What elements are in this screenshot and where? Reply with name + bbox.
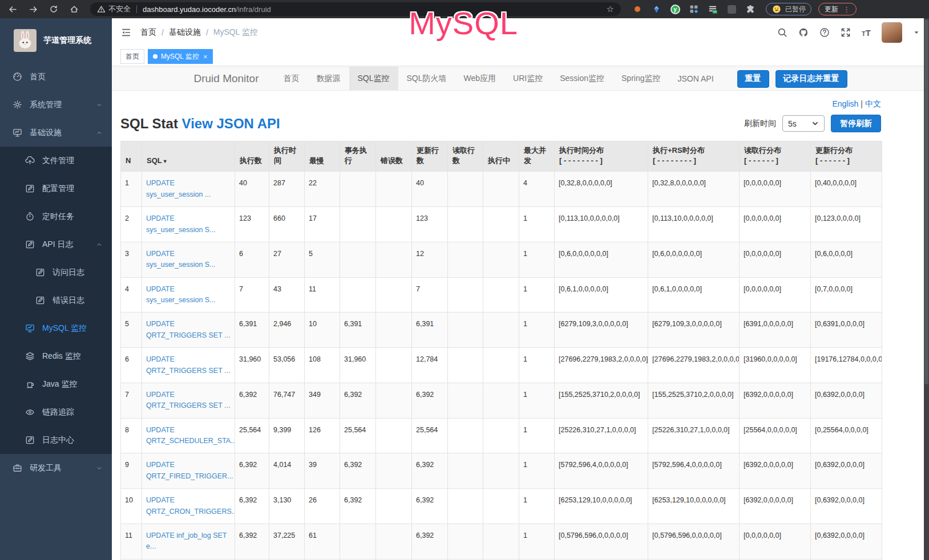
druid-nav-item-Session监控[interactable]: Session监控 (551, 67, 613, 91)
sql-link[interactable]: UPDATE sys_user_session S... (146, 250, 216, 269)
font-size-icon[interactable]: TT (862, 28, 871, 38)
cell-sql: UPDATE inf_job_log SET e... (142, 524, 235, 559)
druid-nav-item-SQL监控[interactable]: SQL监控 (349, 67, 398, 91)
close-icon[interactable]: × (203, 52, 208, 61)
column-header-sub: [ - - - - - - ] (815, 156, 877, 166)
squares-extension-icon[interactable] (689, 4, 699, 14)
paused-extension-pill[interactable]: 已暂停 (766, 3, 811, 15)
sidebar-item-home[interactable]: 首页 (0, 63, 112, 91)
cell-sql: UPDATE sys_user_session ... (142, 172, 235, 207)
cell-value: 6,392 (235, 383, 269, 418)
cell-value: 126 (305, 418, 340, 453)
reset-button[interactable]: 重置 (737, 70, 769, 88)
bookmark-star-icon[interactable]: ☆ (607, 4, 614, 14)
address-bar[interactable]: 不安全 dashboard.yudao.iocoder.cn/infra/dru… (90, 2, 621, 16)
browser-back-icon[interactable] (7, 3, 18, 15)
sidebar-item-label: 定时任务 (42, 212, 74, 222)
select-chevron-icon (811, 120, 819, 127)
avatar[interactable] (882, 22, 902, 43)
lang-english-link[interactable]: English (832, 99, 858, 108)
druid-nav-item-Spring监控[interactable]: Spring监控 (613, 67, 669, 91)
cell-sql: UPDATE sys_user_session S... (142, 207, 235, 242)
sidebar-item-file[interactable]: 文件管理 (0, 147, 112, 175)
druid-nav-item-数据源[interactable]: 数据源 (308, 67, 349, 91)
sidebar-item-infra[interactable]: 基础设施 (0, 119, 112, 147)
sql-link[interactable]: UPDATE QRTZ_SCHEDULER_STA... (146, 426, 235, 445)
scrollbar-thumb[interactable] (924, 19, 928, 384)
fullscreen-icon[interactable] (841, 27, 851, 38)
browser-update-button[interactable]: 更新 ⋮ (818, 3, 857, 15)
sidebar-item-java[interactable]: Java 监控 (0, 370, 112, 398)
breadcrumb-item[interactable]: 首页 (140, 27, 156, 38)
sidebar-item-access-log[interactable]: 访问日志 (0, 258, 112, 286)
extensions-puzzle-icon[interactable] (745, 4, 756, 14)
lang-chinese-link[interactable]: 中文 (865, 99, 881, 108)
druid-nav-item-JSON API[interactable]: JSON API (669, 67, 722, 91)
sidebar-item-mysql[interactable]: MySQL 监控 (0, 314, 112, 342)
sidebar-item-system[interactable]: 系统管理 (0, 91, 112, 119)
sql-link[interactable]: UPDATE QRTZ_CRON_TRIGGERS... (146, 496, 235, 515)
toolbox-icon (13, 463, 22, 473)
druid-nav-item-URI监控[interactable]: URI监控 (504, 67, 551, 91)
sidebar-item-label: 访问日志 (52, 267, 84, 278)
druid-nav-item-首页[interactable]: 首页 (275, 67, 308, 91)
browser-menu-icon[interactable]: ⋮ (843, 5, 850, 14)
refresh-interval-select[interactable]: 5s (782, 115, 825, 132)
sidebar-item-label: Redis 监控 (42, 351, 81, 362)
sql-link[interactable]: UPDATE inf_job_log SET e... (146, 531, 227, 550)
eye-icon (25, 407, 35, 417)
browser-forward-icon[interactable] (27, 3, 39, 15)
sidebar-item-log-center[interactable]: 日志中心 (0, 426, 112, 454)
gem-extension-icon[interactable] (651, 4, 661, 14)
druid-nav-item-SQL防火墙[interactable]: SQL防火墙 (398, 67, 455, 91)
sidebar-item-trace[interactable]: 链路追踪 (0, 398, 112, 426)
green-y-extension-icon[interactable]: y (670, 4, 680, 14)
sidebar-item-error-log[interactable]: 错误日志 (0, 286, 112, 314)
sidebar-menu: 首页系统管理基础设施文件管理配置管理定时任务API 日志访问日志错误日志MySQ… (0, 63, 112, 482)
sidebar-item-job[interactable]: 定时任务 (0, 202, 112, 230)
search-icon[interactable] (777, 27, 787, 38)
table-row: 8UPDATE QRTZ_SCHEDULER_STA...25,5649,399… (121, 418, 882, 453)
cell-value: 6,392 (412, 524, 448, 559)
view-json-api-link[interactable]: View JSON API (182, 116, 280, 131)
tag-首页[interactable]: 首页 (120, 49, 144, 64)
cell-value: 1 (519, 524, 555, 559)
breadcrumb-item[interactable]: 基础设施 (169, 27, 201, 38)
column-header: N (121, 141, 142, 172)
app-logo[interactable]: 芋道管理系统 (0, 18, 112, 63)
chevron-down-icon[interactable] (913, 29, 920, 36)
browser-home-icon[interactable] (68, 3, 80, 15)
sidebar-item-dev-tools[interactable]: 研发工具 (0, 454, 112, 482)
browser-reload-icon[interactable] (48, 3, 59, 15)
paused-label: 已暂停 (785, 5, 806, 14)
sql-link[interactable]: UPDATE QRTZ_TRIGGERS SET ... (146, 320, 230, 339)
page-scrollbar[interactable] (924, 18, 929, 560)
sidebar-item-api-log[interactable]: API 日志 (0, 230, 112, 258)
sql-link[interactable]: UPDATE QRTZ_TRIGGERS SET ... (146, 391, 230, 409)
sql-link[interactable]: UPDATE QRTZ_TRIGGERS SET ... (146, 355, 230, 374)
druid-nav-item-Web应用[interactable]: Web应用 (455, 67, 505, 91)
sidebar-collapse-icon[interactable] (121, 27, 131, 38)
sidebar-item-redis[interactable]: Redis 监控 (0, 342, 112, 370)
sql-link[interactable]: UPDATE sys_user_session S... (146, 285, 216, 304)
sql-link[interactable]: UPDATE QRTZ_FIRED_TRIGGER... (146, 461, 233, 480)
github-icon[interactable] (798, 27, 809, 38)
sidebar-item-config[interactable]: 配置管理 (0, 175, 112, 202)
sql-link[interactable]: UPDATE sys_user_session S... (146, 214, 216, 233)
pause-refresh-button[interactable]: 暂停刷新 (831, 115, 881, 132)
donut-extension-icon[interactable] (632, 4, 643, 14)
druid-brand[interactable]: Druid Monitor (193, 72, 258, 85)
cell-n: 1 (121, 172, 142, 207)
cell-sql: UPDATE QRTZ_SCHEDULER_STA... (142, 418, 235, 453)
dark-extension-icon[interactable] (726, 4, 737, 14)
cell-value (376, 383, 412, 418)
security-warning-icon[interactable] (97, 5, 106, 14)
list-on-extension-icon[interactable]: on (708, 4, 718, 14)
upload-icon (25, 156, 35, 165)
column-header[interactable]: SQL▼ (142, 141, 235, 172)
log-and-reset-button[interactable]: 记录日志并重置 (775, 70, 847, 88)
help-icon[interactable] (819, 27, 830, 38)
tag-MySQL 监控[interactable]: MySQL 监控× (148, 49, 213, 64)
sql-link[interactable]: UPDATE sys_user_session ... (146, 179, 211, 198)
cell-value: 1 (519, 242, 555, 277)
